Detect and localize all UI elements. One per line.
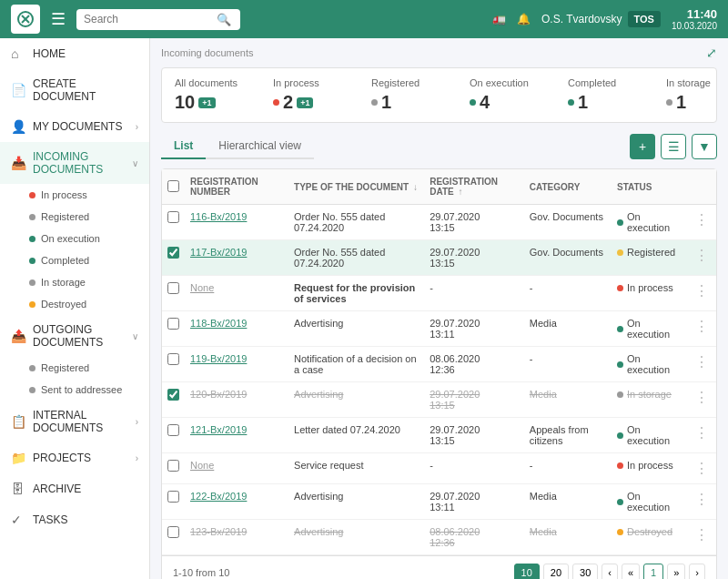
prev-page-button[interactable]: ‹	[602, 564, 618, 579]
row-status-8: On execution	[612, 484, 687, 520]
my-docs-icon: 👤	[11, 119, 25, 134]
tab-list[interactable]: List	[161, 134, 206, 159]
search-input[interactable]	[84, 13, 211, 25]
sidebar-item-tasks[interactable]: ✓ TASKS	[0, 504, 149, 535]
doc-link-5[interactable]: 120-Bx/2019	[190, 389, 247, 400]
doc-link-4[interactable]: 119-Bx/2019	[190, 353, 247, 364]
sidebar-item-internal-documents[interactable]: 📋 INTERNAL DOCUMENTS ›	[0, 401, 149, 442]
tabs-actions: + ☰ ▼	[630, 134, 717, 159]
select-all-header	[162, 169, 185, 205]
row-status-9: Destroyed	[612, 520, 687, 555]
sidebar-item-projects[interactable]: 📁 PROJECTS ›	[0, 442, 149, 473]
row-doc-type-9: Advertising	[288, 520, 424, 555]
stat-label-in-process: In process	[273, 77, 319, 88]
sidebar: ⌂ HOME 📄 CREATE DOCUMENT 👤 MY DOCUMENTS …	[0, 38, 150, 579]
select-all-checkbox[interactable]	[167, 180, 179, 192]
last-page-button[interactable]: ›	[689, 564, 705, 579]
tab-hierarchical[interactable]: Hierarchical view	[206, 134, 314, 159]
doc-link-0[interactable]: 116-Bx/2019	[190, 211, 247, 222]
row-menu-7: ⋮	[687, 453, 716, 484]
next-page-button[interactable]: »	[667, 564, 685, 579]
row-context-menu-1[interactable]: ⋮	[693, 248, 711, 263]
row-checkbox-0[interactable]	[167, 211, 179, 223]
row-context-menu-0[interactable]: ⋮	[693, 212, 711, 228]
sidebar-sub-in-process[interactable]: In process	[0, 184, 149, 206]
add-button[interactable]: +	[630, 134, 655, 159]
row-checkbox-5[interactable]	[167, 389, 179, 401]
page-size-10[interactable]: 10	[514, 564, 540, 579]
truck-icon[interactable]: 🚛	[492, 13, 506, 25]
stat-in-process[interactable]: In process 2 +1	[273, 77, 346, 113]
row-checkbox-1[interactable]	[167, 247, 179, 259]
sidebar-sub-destroyed[interactable]: Destroyed	[0, 293, 149, 315]
doc-link-8[interactable]: 122-Bx/2019	[190, 491, 247, 502]
row-context-menu-3[interactable]: ⋮	[693, 319, 711, 334]
row-context-menu-6[interactable]: ⋮	[693, 425, 711, 441]
status-label-4: On execution	[627, 353, 682, 375]
page-size-30[interactable]: 30	[572, 564, 598, 579]
th-reg-date[interactable]: REGISTRATION DATE ↑	[424, 169, 524, 205]
sidebar-sub-registered[interactable]: Registered	[0, 206, 149, 228]
doc-link-1[interactable]: 117-Bx/2019	[190, 247, 247, 258]
stat-registered[interactable]: Registered 1	[371, 77, 444, 113]
bell-icon[interactable]: 🔔	[517, 13, 531, 25]
stat-in-storage[interactable]: In storage 1	[666, 77, 728, 113]
sidebar-item-incoming-documents[interactable]: 📥 INCOMING DOCUMENTS ∨	[0, 142, 149, 184]
sidebar-item-archive[interactable]: 🗄 ARCHIVE	[0, 473, 149, 504]
sidebar-sub-sent[interactable]: Sent to addressee	[0, 379, 149, 401]
status-dot-5	[617, 391, 623, 398]
row-category-5: Media	[524, 382, 612, 418]
sidebar-item-outgoing-documents[interactable]: 📤 OUTGOING DOCUMENTS ∨	[0, 315, 149, 357]
expand-icon[interactable]: ⤢	[706, 46, 717, 60]
pagination-info: 1-10 from 10	[173, 567, 229, 578]
hamburger-menu[interactable]: ☰	[51, 9, 66, 29]
row-checkbox-4[interactable]	[167, 353, 179, 365]
row-context-menu-4[interactable]: ⋮	[693, 354, 711, 370]
sidebar-label-archive: ARCHIVE	[33, 482, 81, 495]
status-dot-8	[617, 499, 623, 505]
sidebar-sub-in-storage[interactable]: In storage	[0, 271, 149, 293]
stats-bar: All documents 10 +1 In process 2 +1 Regi…	[161, 67, 717, 123]
pagination-bar: 1-10 from 10 10 20 30 ‹ « 1 » ›	[162, 555, 716, 579]
sidebar-item-my-documents[interactable]: 👤 MY DOCUMENTS ›	[0, 111, 149, 142]
doc-link-3[interactable]: 118-Bx/2019	[190, 318, 247, 329]
row-reg-number-5: 120-Bx/2019	[185, 382, 288, 418]
row-checkbox-2[interactable]	[167, 282, 179, 294]
sidebar-label-internal: INTERNAL DOCUMENTS	[33, 409, 128, 434]
first-page-button[interactable]: «	[622, 564, 640, 579]
sidebar-sub-on-execution[interactable]: On execution	[0, 228, 149, 249]
row-context-menu-7[interactable]: ⋮	[693, 461, 711, 476]
row-context-menu-9[interactable]: ⋮	[693, 527, 711, 543]
list-view-button[interactable]: ☰	[661, 134, 686, 159]
row-checkbox-7[interactable]	[167, 460, 179, 472]
doc-link-6[interactable]: 121-Bx/2019	[190, 424, 247, 435]
stat-completed[interactable]: Completed 1	[568, 77, 641, 113]
doc-link-7[interactable]: None	[190, 460, 214, 471]
stat-all-documents[interactable]: All documents 10 +1	[175, 77, 248, 113]
th-actions	[687, 169, 716, 205]
page-size-20[interactable]: 20	[543, 564, 569, 579]
sidebar-sub-completed[interactable]: Completed	[0, 249, 149, 271]
th-doc-type[interactable]: TYPE OF THE DOCUMENT ↓	[288, 169, 424, 205]
sidebar-item-home[interactable]: ⌂ HOME	[0, 38, 149, 69]
doc-link-9[interactable]: 123-Bx/2019	[190, 526, 247, 537]
row-reg-date-0: 29.07.2020 13:15	[424, 205, 524, 240]
row-context-menu-8[interactable]: ⋮	[693, 492, 711, 507]
stat-label-all: All documents	[175, 77, 238, 88]
row-checkbox-9[interactable]	[167, 526, 179, 538]
dot-sent	[29, 387, 35, 393]
row-context-menu-2[interactable]: ⋮	[693, 283, 711, 299]
row-doc-type-0: Order No. 555 dated 07.24.2020	[288, 205, 424, 240]
row-checkbox-6[interactable]	[167, 424, 179, 436]
row-context-menu-5[interactable]: ⋮	[693, 390, 711, 405]
user-avatar: TOS	[628, 11, 661, 27]
row-checkbox-8[interactable]	[167, 491, 179, 503]
sidebar-item-create-document[interactable]: 📄 CREATE DOCUMENT	[0, 69, 149, 111]
row-checkbox-3[interactable]	[167, 318, 179, 330]
filter-button[interactable]: ▼	[692, 134, 717, 159]
row-checkbox-cell-9	[162, 520, 185, 555]
doc-link-2[interactable]: None	[190, 282, 214, 293]
sidebar-sub-registered-out[interactable]: Registered	[0, 357, 149, 379]
stat-on-execution[interactable]: On execution 4	[470, 77, 542, 113]
row-reg-date-8: 29.07.2020 13:11	[424, 484, 524, 520]
